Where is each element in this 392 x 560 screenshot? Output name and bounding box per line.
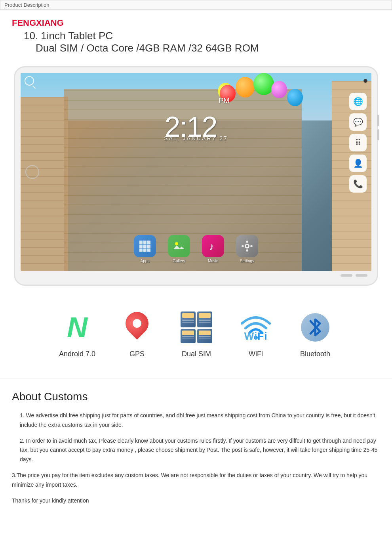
product-title-line1: 10. 1inch Tablet PC — [24, 30, 380, 42]
gallery-label: Gallery — [173, 259, 185, 263]
feature-dualsim: Dual SIM — [179, 310, 214, 358]
bluetooth-icon — [297, 310, 333, 345]
gps-icon — [119, 310, 155, 345]
apps-dock-icon — [134, 235, 156, 257]
music-label: Music — [208, 259, 218, 263]
sim-lines-2 — [199, 319, 211, 326]
sim-line — [199, 336, 211, 337]
sim-card-1 — [181, 312, 196, 327]
time-pm: PM — [219, 97, 230, 105]
svg-rect-2 — [147, 241, 150, 244]
vol-up-button — [377, 115, 379, 126]
svg-rect-16 — [250, 245, 253, 247]
sim-chip-4 — [199, 331, 211, 335]
android-label: Android 7.0 — [59, 350, 95, 358]
message-icon: 💬 — [349, 113, 367, 131]
home-button-circle — [25, 165, 39, 179]
svg-rect-13 — [246, 241, 248, 243]
feature-wifi: WiFi WiFi — [238, 310, 274, 358]
svg-rect-8 — [147, 248, 150, 252]
svg-rect-1 — [143, 241, 147, 244]
features-section: N Android 7.0 GPS — [0, 294, 392, 374]
wifi-label: WiFi — [249, 350, 263, 358]
dualsim-label: Dual SIM — [182, 350, 211, 358]
svg-rect-4 — [143, 245, 147, 248]
svg-rect-14 — [246, 249, 248, 252]
vol-down-button — [377, 129, 379, 140]
bluetooth-svg — [307, 317, 323, 338]
settings-dock-icon — [236, 235, 258, 257]
customs-closing: Thanks for your kindly attention — [12, 496, 380, 506]
about-customs-title: About Customs — [12, 390, 380, 403]
gallery-dock-icon — [168, 235, 190, 257]
music-dock-icon: ♪ — [202, 235, 224, 257]
sim-card-4 — [197, 329, 212, 343]
feature-gps: GPS — [119, 310, 155, 358]
sim-line — [182, 319, 194, 319]
home-button — [25, 165, 39, 179]
customs-paragraph-2: 2. In order to in avoid much tax, Please… — [12, 436, 380, 464]
dualsim-icon — [179, 310, 214, 345]
volume-buttons — [377, 115, 379, 140]
bottom-dock: Apps Gallery ♪ Music — [134, 235, 258, 263]
svg-rect-15 — [242, 245, 244, 247]
building-left — [21, 97, 68, 271]
sim-line — [182, 320, 194, 321]
contacts-icon: 👤 — [349, 155, 367, 172]
camera-dot — [363, 79, 367, 83]
sim-line — [199, 338, 211, 338]
phone-icon: 📞 — [349, 175, 367, 193]
settings-label: Settings — [240, 259, 254, 263]
dock-music: ♪ Music — [202, 235, 224, 263]
screen-top-bar — [25, 76, 367, 86]
right-sidebar-icons: 🌐 💬 ⠿ 👤 📞 — [349, 93, 367, 193]
customs-paragraph-1: 1. We advertise dhl free shipping just f… — [12, 411, 380, 430]
sim-card-3 — [181, 329, 196, 343]
svg-rect-0 — [139, 241, 143, 244]
feature-android: N Android 7.0 — [59, 310, 95, 358]
about-customs-section: About Customs 1. We advertise dhl free s… — [0, 378, 392, 524]
tablet-screen: 🌐 💬 ⠿ 👤 📞 2:12 PM SAT, JANUARY 27 — [21, 73, 371, 271]
sim-chip-3 — [182, 331, 194, 335]
sim-line — [182, 322, 194, 323]
android-icon: N — [59, 310, 95, 345]
sim-lines-3 — [182, 336, 194, 342]
svg-point-9 — [175, 242, 178, 245]
bluetooth-label: Bluetooth — [300, 350, 330, 358]
sim-line — [182, 338, 194, 338]
sim-line — [199, 322, 211, 323]
dock-apps: Apps — [134, 235, 156, 263]
sim-line — [199, 320, 211, 321]
apps-grid-icon: ⠿ — [349, 134, 367, 151]
bluetooth-circle — [301, 313, 329, 342]
title-section: FENGXIANG 10. 1inch Tablet PC Dual SIM /… — [0, 10, 392, 58]
android-n-letter: N — [67, 313, 88, 342]
time-date: SAT, JANUARY 27 — [164, 135, 228, 141]
sim-line — [182, 336, 194, 337]
dual-sim-container — [181, 312, 212, 343]
svg-point-12 — [246, 245, 248, 247]
gps-label: GPS — [129, 350, 145, 358]
feature-bluetooth: Bluetooth — [297, 310, 333, 358]
wifi-icon: WiFi — [238, 310, 274, 345]
product-title-line2: Dual SIM / Octa Core /4GB RAM /32 64GB R… — [36, 42, 380, 54]
sim-chip-2 — [199, 313, 211, 318]
svg-rect-7 — [143, 248, 147, 252]
tablet-image: 🌐 💬 ⠿ 👤 📞 2:12 PM SAT, JANUARY 27 — [14, 66, 378, 286]
sim-chip-1 — [182, 313, 194, 318]
brand-name: FENGXIANG — [12, 18, 380, 28]
svg-text:♪: ♪ — [209, 241, 214, 252]
sim-card-2 — [197, 312, 212, 327]
customs-paragraph-3: 3.The price you pay for the item exclude… — [12, 471, 380, 490]
sim-lines-4 — [199, 336, 211, 342]
wifi-fi-letters: Fi — [257, 330, 267, 342]
sim-lines-1 — [182, 319, 194, 326]
svg-rect-5 — [147, 245, 150, 248]
time-display: 2:12 PM SAT, JANUARY 27 — [164, 113, 228, 141]
wifi-w-letter: Wi — [244, 330, 258, 342]
sim-line — [199, 319, 211, 319]
svg-rect-3 — [139, 245, 143, 248]
tablet-bottom-btn-1 — [341, 274, 352, 277]
gps-pin-hole — [133, 319, 141, 328]
search-icon — [25, 76, 34, 86]
